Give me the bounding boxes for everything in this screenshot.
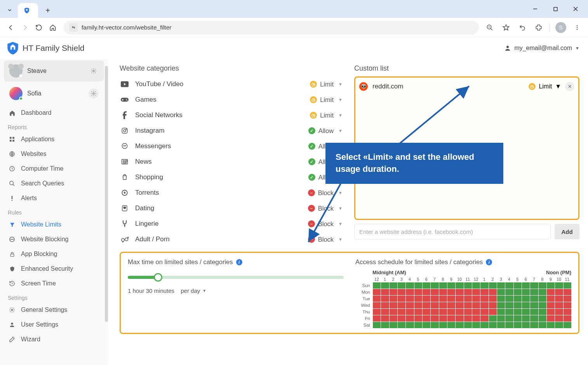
- schedule-cell[interactable]: [439, 315, 447, 322]
- schedule-cell[interactable]: [539, 315, 546, 322]
- schedule-cell[interactable]: [447, 322, 455, 328]
- schedule-cell[interactable]: [555, 322, 563, 328]
- schedule-cell[interactable]: [489, 302, 497, 308]
- window-minimize-button[interactable]: [525, 0, 545, 18]
- site-info-icon[interactable]: ⇆: [69, 23, 78, 32]
- schedule-cell[interactable]: [514, 296, 522, 302]
- schedule-cell[interactable]: [390, 302, 397, 308]
- schedule-cell[interactable]: [439, 296, 447, 302]
- schedule-cell[interactable]: [539, 302, 546, 308]
- schedule-cell[interactable]: [480, 315, 488, 322]
- schedule-cell[interactable]: [381, 282, 389, 289]
- schedule-cell[interactable]: [480, 302, 488, 308]
- schedule-cell[interactable]: [530, 309, 538, 315]
- browser-tab[interactable]: [18, 3, 38, 18]
- schedule-cell[interactable]: [505, 282, 513, 289]
- schedule-cell[interactable]: [472, 322, 480, 328]
- schedule-cell[interactable]: [564, 289, 571, 295]
- schedule-cell[interactable]: [381, 289, 389, 295]
- schedule-cell[interactable]: [480, 289, 488, 295]
- schedule-cell[interactable]: [406, 302, 414, 308]
- schedule-cell[interactable]: [480, 282, 488, 289]
- schedule-cell[interactable]: [539, 289, 546, 295]
- schedule-cell[interactable]: [431, 296, 438, 302]
- schedule-cell[interactable]: [398, 309, 405, 315]
- schedule-cell[interactable]: [472, 309, 480, 315]
- schedule-cell[interactable]: [423, 322, 430, 328]
- schedule-cell[interactable]: [447, 296, 455, 302]
- schedule-cell[interactable]: [539, 309, 546, 315]
- schedule-cell[interactable]: [456, 322, 463, 328]
- schedule-cell[interactable]: [414, 309, 422, 315]
- schedule-cell[interactable]: [390, 315, 397, 322]
- schedule-cell[interactable]: [497, 302, 505, 308]
- info-icon[interactable]: i: [236, 259, 242, 265]
- schedule-cell[interactable]: [373, 322, 381, 328]
- schedule-cell[interactable]: [431, 282, 438, 289]
- schedule-cell[interactable]: [431, 322, 438, 328]
- schedule-cell[interactable]: [505, 315, 513, 322]
- schedule-cell[interactable]: [472, 302, 480, 308]
- nav-home-button[interactable]: [46, 21, 60, 35]
- schedule-cell[interactable]: [414, 289, 422, 295]
- schedule-cell[interactable]: [555, 302, 563, 308]
- category-status-selector[interactable]: – Block ▼: [308, 189, 345, 197]
- schedule-cell[interactable]: [522, 302, 530, 308]
- schedule-cell[interactable]: [373, 289, 381, 295]
- sidebar-item-computer-time[interactable]: Computer Time: [0, 161, 108, 176]
- schedule-cell[interactable]: [547, 289, 555, 295]
- schedule-cell[interactable]: [373, 282, 381, 289]
- nav-back-button[interactable]: [4, 21, 18, 35]
- schedule-cell[interactable]: [464, 296, 472, 302]
- schedule-cell[interactable]: [439, 302, 447, 308]
- nav-reload-button[interactable]: [32, 21, 46, 35]
- zoom-icon[interactable]: [483, 21, 497, 35]
- schedule-cell[interactable]: [439, 289, 447, 295]
- schedule-cell[interactable]: [390, 322, 397, 328]
- new-tab-button[interactable]: +: [42, 5, 54, 16]
- window-close-button[interactable]: [565, 0, 586, 18]
- schedule-cell[interactable]: [530, 302, 538, 308]
- schedule-cell[interactable]: [398, 282, 405, 289]
- schedule-cell[interactable]: [423, 289, 430, 295]
- schedule-cell[interactable]: [555, 289, 563, 295]
- schedule-cell[interactable]: [555, 315, 563, 322]
- schedule-cell[interactable]: [564, 309, 571, 315]
- address-bar[interactable]: ⇆ family.ht-vector.com/website_filter: [64, 21, 479, 35]
- schedule-cell[interactable]: [530, 282, 538, 289]
- max-time-period-selector[interactable]: 1 hour 30 minutes per day ▼: [128, 287, 344, 294]
- schedule-cell[interactable]: [472, 282, 480, 289]
- sidebar-item-app-blocking[interactable]: App Blocking: [0, 247, 108, 261]
- add-website-input[interactable]: [354, 224, 551, 239]
- schedule-cell[interactable]: [431, 309, 438, 315]
- schedule-cell[interactable]: [381, 309, 389, 315]
- sidebar-item-dashboard[interactable]: Dashboard: [0, 106, 108, 120]
- schedule-cell[interactable]: [547, 302, 555, 308]
- schedule-cell[interactable]: [480, 322, 488, 328]
- schedule-cell[interactable]: [398, 315, 405, 322]
- remove-entry-button[interactable]: ✕: [565, 82, 574, 91]
- schedule-cell[interactable]: [406, 309, 414, 315]
- sidebar-item-user-settings[interactable]: User Settings: [0, 317, 108, 332]
- category-status-selector[interactable]: – Block ▼: [308, 236, 345, 243]
- schedule-cell[interactable]: [497, 296, 505, 302]
- schedule-cell[interactable]: [514, 322, 522, 328]
- schedule-cell[interactable]: [564, 282, 571, 289]
- schedule-cell[interactable]: [480, 309, 488, 315]
- schedule-cell[interactable]: [514, 315, 522, 322]
- schedule-cell[interactable]: [547, 296, 555, 302]
- schedule-cell[interactable]: [373, 309, 381, 315]
- schedule-cell[interactable]: [398, 302, 405, 308]
- schedule-cell[interactable]: [497, 282, 505, 289]
- schedule-cell[interactable]: [539, 282, 546, 289]
- sidebar-item-website-blocking[interactable]: Website Blocking: [0, 232, 108, 247]
- schedule-cell[interactable]: [564, 315, 571, 322]
- schedule-cell[interactable]: [464, 289, 472, 295]
- schedule-cell[interactable]: [505, 309, 513, 315]
- schedule-cell[interactable]: [423, 302, 430, 308]
- schedule-cell[interactable]: [497, 289, 505, 295]
- schedule-cell[interactable]: [414, 315, 422, 322]
- schedule-cell[interactable]: [505, 296, 513, 302]
- schedule-cell[interactable]: [373, 296, 381, 302]
- schedule-cell[interactable]: [505, 322, 513, 328]
